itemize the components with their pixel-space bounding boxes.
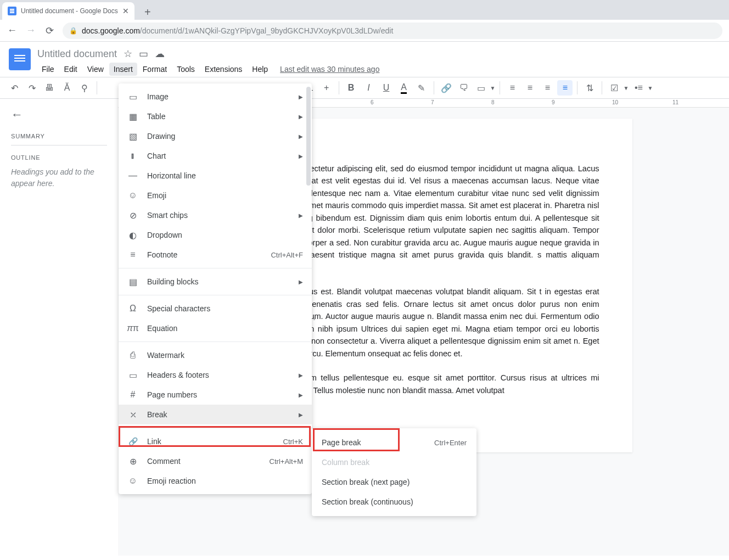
chevron-down-icon[interactable]: ▼ [623, 85, 629, 91]
menu-extensions[interactable]: Extensions [200, 63, 246, 76]
menu-view[interactable]: View [83, 63, 108, 76]
menu-separator [119, 341, 312, 342]
menu-item-drawing[interactable]: Drawing▶ [119, 126, 312, 146]
menu-item-dropdown[interactable]: Dropdown [119, 225, 312, 245]
separator [97, 81, 97, 94]
forward-button[interactable]: → [25, 25, 36, 36]
break-submenu[interactable]: Page breakCtrl+EnterColumn breakSection … [312, 428, 476, 516]
highlight-button[interactable]: ✎ [414, 80, 429, 96]
menu-item-special-characters[interactable]: Special characters [119, 299, 312, 318]
paint-format-button[interactable]: ⚲ [77, 80, 92, 96]
submenu-item-section-break-continuous-[interactable]: Section break (continuous) [312, 492, 476, 512]
submenu-item-section-break-next-page-[interactable]: Section break (next page) [312, 472, 476, 492]
undo-button[interactable]: ↶ [7, 80, 22, 96]
redo-button[interactable]: ↷ [24, 80, 40, 96]
menu-label: Dropdown [147, 231, 303, 239]
menu-item-equation[interactable]: π²Equation [119, 318, 312, 338]
menu-item-watermark[interactable]: Watermark [119, 345, 312, 365]
menu-label: Page break [322, 438, 425, 447]
reload-button[interactable]: ⟳ [44, 25, 55, 37]
browser-tab[interactable]: Untitled document - Google Docs ✕ [2, 2, 134, 20]
align-right-button[interactable]: ≡ [540, 80, 555, 96]
submenu-item-page-break[interactable]: Page breakCtrl+Enter [312, 433, 476, 452]
underline-button[interactable]: U [379, 80, 394, 96]
document-title[interactable]: Untitled document [37, 48, 117, 60]
last-edit-link[interactable]: Last edit was 30 minutes ago [280, 65, 379, 74]
menu-edit[interactable]: Edit [60, 63, 82, 76]
print-button[interactable]: 🖶 [42, 80, 57, 96]
checklist-button[interactable]: ☑ [607, 80, 622, 96]
menu-format[interactable]: Format [138, 63, 171, 76]
insert-comment-button[interactable]: 🗨 [456, 80, 472, 96]
outline-collapse-button[interactable]: ← [11, 108, 107, 122]
menubar: File Edit View Insert Format Tools Exten… [37, 61, 379, 77]
font-size-increase[interactable]: + [319, 80, 334, 96]
new-tab-button[interactable]: + [140, 4, 155, 20]
align-justify-button[interactable]: ≡ [557, 80, 573, 96]
menu-help[interactable]: Help [248, 63, 272, 76]
menu-item-footnote[interactable]: FootnoteCtrl+Alt+F [119, 245, 312, 265]
menu-item-table[interactable]: Table▶ [119, 107, 312, 126]
star-icon[interactable]: ☆ [124, 48, 132, 60]
chevron-right-icon: ▶ [299, 133, 303, 139]
align-left-button[interactable]: ≡ [504, 80, 520, 96]
chevron-down-icon[interactable]: ▼ [647, 85, 653, 91]
move-icon[interactable]: ▭ [139, 48, 148, 60]
outline-heading: OUTLINE [11, 154, 107, 161]
separator [577, 81, 577, 94]
bulleted-list-button[interactable]: •≡ [631, 80, 646, 96]
menu-label: Watermark [147, 351, 303, 360]
menu-item-building-blocks[interactable]: Building blocks▶ [119, 272, 312, 292]
menu-label: Page numbers [147, 390, 290, 399]
cloud-status-icon[interactable]: ☁ [155, 48, 165, 60]
menu-tools[interactable]: Tools [172, 63, 199, 76]
omnibox[interactable]: 🔒 docs.google.com/document/d/1wANQkil-Gz… [63, 23, 722, 39]
outline-empty-text: Headings you add to the appear here. [11, 166, 107, 189]
close-tab-icon[interactable]: ✕ [122, 7, 129, 15]
menu-shortcut: Ctrl+Enter [434, 439, 467, 447]
menu-label: Section break (next page) [322, 478, 467, 486]
menu-label: Emoji [147, 191, 303, 200]
menu-label: Footnote [147, 250, 262, 259]
italic-button[interactable]: I [361, 80, 377, 96]
menu-label: Column break [322, 458, 467, 467]
menu-label: Equation [147, 324, 303, 333]
bold-button[interactable]: B [344, 80, 359, 96]
menu-item-break[interactable]: Break▶ [119, 405, 312, 424]
menu-item-headers-footers[interactable]: Headers & footers▶ [119, 365, 312, 385]
toolbar: ↶ ↷ 🖶 Ă ⚲ 11 + B I U A ✎ 🔗 🗨 ▭ ▼ ≡ ≡ ≡ ≡… [0, 77, 729, 99]
menu-item-image[interactable]: Image▶ [119, 87, 312, 107]
menu-label: Link [147, 437, 274, 446]
lock-icon: 🔒 [69, 27, 77, 35]
menu-separator [119, 295, 312, 295]
headers-icon [127, 369, 138, 380]
menu-item-chart[interactable]: Chart▶ [119, 146, 312, 166]
align-center-button[interactable]: ≡ [522, 80, 537, 96]
insert-image-button[interactable]: ▭ [474, 80, 489, 96]
line-spacing-button[interactable]: ⇅ [582, 80, 597, 96]
menu-item-emoji-reaction[interactable]: Emoji reaction [119, 471, 312, 491]
menu-insert[interactable]: Insert [109, 63, 137, 76]
menu-item-horizontal-line[interactable]: Horizontal line [119, 166, 312, 186]
menu-item-emoji[interactable]: Emoji [119, 186, 312, 205]
menu-item-smart-chips[interactable]: Smart chips▶ [119, 205, 312, 225]
menu-item-link[interactable]: LinkCtrl+K [119, 432, 312, 451]
spellcheck-button[interactable]: Ă [59, 80, 75, 96]
menu-label: Special characters [147, 304, 303, 313]
chevron-right-icon: ▶ [299, 279, 303, 285]
chevron-right-icon: ▶ [299, 153, 303, 159]
chevron-down-icon[interactable]: ▼ [490, 85, 496, 91]
hash-icon [127, 389, 138, 400]
url-path: /document/d/1wANQkil-GzgYPipVgal_9bydGKC… [140, 26, 393, 35]
menu-item-page-numbers[interactable]: Page numbers▶ [119, 385, 312, 405]
text-color-button[interactable]: A [396, 80, 412, 96]
insert-link-button[interactable]: 🔗 [439, 80, 454, 96]
menu-item-comment[interactable]: CommentCtrl+Alt+M [119, 451, 312, 471]
chart-icon [127, 150, 138, 161]
docs-favicon [8, 7, 16, 15]
docs-logo[interactable] [9, 48, 31, 70]
insert-menu[interactable]: Image▶Table▶Drawing▶Chart▶Horizontal lin… [119, 83, 312, 494]
back-button[interactable]: ← [7, 25, 18, 36]
chevron-right-icon: ▶ [299, 412, 303, 418]
menu-file[interactable]: File [37, 63, 59, 76]
